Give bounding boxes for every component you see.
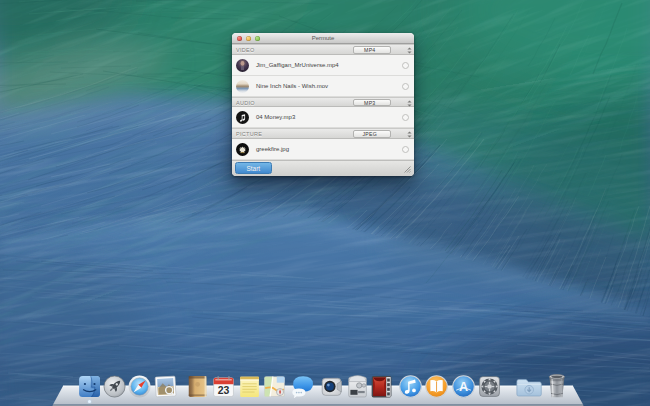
svg-text:A: A [459, 380, 468, 394]
svg-text:23: 23 [218, 385, 230, 396]
